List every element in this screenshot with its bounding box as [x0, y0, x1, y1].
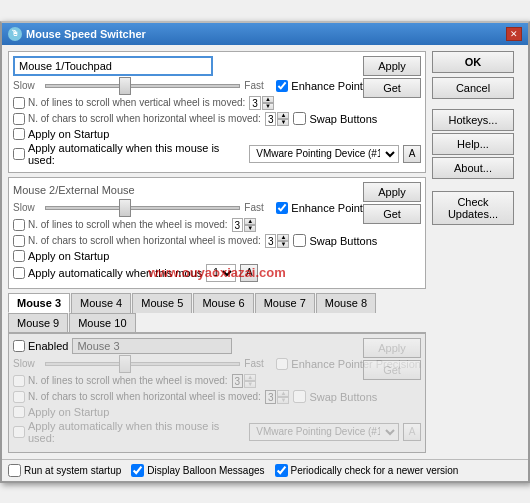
- mouse1-scroll-v-value: 3: [249, 96, 261, 110]
- balloon-checkbox[interactable]: [131, 464, 144, 477]
- mouse3-scroll-v-up: ▲: [244, 374, 256, 381]
- mouse1-startup-label[interactable]: Apply on Startup: [13, 128, 421, 140]
- tab-mouse3[interactable]: Mouse 3: [8, 293, 70, 313]
- left-panel: Apply Get Slow Fast Enhance Pointer Prec…: [8, 51, 426, 453]
- balloon-label[interactable]: Display Balloon Messages: [131, 464, 264, 477]
- mouse3-auto-label: Apply automatically when this mouse is u…: [13, 420, 245, 444]
- mouse2-apply-button[interactable]: Apply: [363, 182, 421, 202]
- mouse3-startup-label: Apply on Startup: [13, 406, 421, 418]
- mouse3-slider-row: Slow Fast Enhance Pointer Precision: [13, 358, 421, 370]
- bottom-bar: Run at system startup Display Balloon Me…: [2, 459, 528, 481]
- ok-button[interactable]: OK: [432, 51, 514, 73]
- check-updates-container: Check Updates...: [432, 191, 522, 225]
- mouse2-slow-label: Slow: [13, 202, 41, 213]
- mouse2-scroll-h-down[interactable]: ▼: [277, 241, 289, 248]
- mouse3-scroll-h-label: N. of chars to scroll when horizontal wh…: [28, 391, 261, 402]
- mouse1-get-button[interactable]: Get: [363, 78, 421, 98]
- mouse1-swap-checkbox[interactable]: [293, 112, 306, 125]
- mouse3-enhance-checkbox: [276, 358, 288, 370]
- mouse1-device-select[interactable]: VMware Pointing Device (#1): [249, 145, 399, 163]
- mouse1-section: Apply Get Slow Fast Enhance Pointer Prec…: [8, 51, 426, 173]
- tab-mouse5[interactable]: Mouse 5: [132, 293, 192, 313]
- cancel-button[interactable]: Cancel: [432, 77, 514, 99]
- mouse3-name-input[interactable]: [72, 338, 232, 354]
- mouse1-apply-button[interactable]: Apply: [363, 56, 421, 76]
- mouse3-scroll-v-num: 3 ▲ ▼: [232, 374, 257, 388]
- mouse2-scroll-h-label: N. of chars to scroll when horizontal wh…: [28, 235, 261, 246]
- tab-mouse7[interactable]: Mouse 7: [255, 293, 315, 313]
- mouse1-a-button[interactable]: A: [403, 145, 421, 163]
- mouse1-swap-label[interactable]: Swap Buttons: [293, 112, 377, 125]
- mouse3-section: Enabled Apply Get Slow Fast Enhance Poin…: [8, 333, 426, 453]
- mouse2-scroll-h-value: 3: [265, 234, 277, 248]
- mouse2-startup-row: Apply on Startup: [13, 250, 421, 262]
- tab-mouse9[interactable]: Mouse 9: [8, 313, 68, 332]
- run-startup-checkbox[interactable]: [8, 464, 21, 477]
- tab-mouse10[interactable]: Mouse 10: [69, 313, 135, 332]
- mouse2-fast-label: Fast: [244, 202, 272, 213]
- mouse1-auto-label[interactable]: Apply automatically when this mouse is u…: [13, 142, 245, 166]
- mouse3-slow-label: Slow: [13, 358, 41, 369]
- mouse2-buttons: Apply Get: [363, 182, 421, 224]
- mouse1-scroll-h-up[interactable]: ▲: [277, 112, 289, 119]
- mouse1-speed-slider[interactable]: [45, 84, 240, 88]
- mouse2-scroll-h-up[interactable]: ▲: [277, 234, 289, 241]
- mouse1-scroll-v-num: 3 ▲ ▼: [249, 96, 274, 110]
- main-window: 🖱 Mouse Speed Switcher ✕ Apply Get Slow …: [0, 21, 530, 483]
- mouse3-scroll-v-down: ▼: [244, 381, 256, 388]
- mouse3-get-button[interactable]: Get: [363, 360, 421, 380]
- periodic-checkbox[interactable]: [275, 464, 288, 477]
- mouse2-speed-slider[interactable]: [45, 206, 240, 210]
- mouse1-enhance-checkbox[interactable]: [276, 80, 288, 92]
- periodic-label[interactable]: Periodically check for a newer version: [275, 464, 459, 477]
- mouse2-scroll-h-row: N. of chars to scroll when horizontal wh…: [13, 234, 421, 248]
- mouse2-get-button[interactable]: Get: [363, 204, 421, 224]
- mouse2-swap-label[interactable]: Swap Buttons: [293, 234, 377, 247]
- mouse3-scroll-h-down: ▼: [277, 397, 289, 404]
- mouse2-device-select[interactable]: 1): [206, 264, 236, 282]
- mouse1-scroll-h-down[interactable]: ▼: [277, 119, 289, 126]
- mouse3-scroll-h-num: 3 ▲ ▼: [265, 390, 290, 404]
- about-button[interactable]: About...: [432, 157, 514, 179]
- mouse3-enabled-checkbox[interactable]: [13, 340, 25, 352]
- mouse1-startup-row: Apply on Startup: [13, 128, 421, 140]
- mouse1-auto-row: Apply automatically when this mouse is u…: [13, 142, 421, 166]
- mouse1-slider-row: Slow Fast Enhance Pointer Precision: [13, 80, 421, 92]
- mouse3-buttons: Apply Get: [363, 338, 421, 380]
- close-button[interactable]: ✕: [506, 27, 522, 41]
- run-startup-label[interactable]: Run at system startup: [8, 464, 121, 477]
- mouse1-name-input[interactable]: [13, 56, 213, 76]
- mouse1-scroll-v-check[interactable]: N. of lines to scroll when vertical whee…: [13, 97, 245, 109]
- mouse3-scroll-h-row: N. of chars to scroll when horizontal wh…: [13, 390, 421, 404]
- mouse2-scroll-v-up[interactable]: ▲: [244, 218, 256, 225]
- mouse2-swap-checkbox[interactable]: [293, 234, 306, 247]
- mouse2-scroll-h-check[interactable]: N. of chars to scroll when horizontal wh…: [13, 235, 261, 247]
- mouse2-scroll-h-num: 3 ▲ ▼: [265, 234, 290, 248]
- mouse3-scroll-v-value: 3: [232, 374, 244, 388]
- mouse2-enhance-checkbox[interactable]: [276, 202, 288, 214]
- mouse2-startup-label[interactable]: Apply on Startup: [13, 250, 421, 262]
- mouse2-slider-row: Slow Fast Enhance Pointer Precision: [13, 202, 421, 214]
- check-updates-button[interactable]: Check Updates...: [432, 191, 514, 225]
- mouse2-scroll-v-check[interactable]: N. of lines to scroll when the wheel is …: [13, 219, 228, 231]
- mouse1-scroll-v-row: N. of lines to scroll when vertical whee…: [13, 96, 421, 110]
- mouse3-swap-checkbox: [293, 390, 306, 403]
- mouse2-auto-label[interactable]: Apply automatically when this mous: [13, 267, 202, 279]
- tab-mouse8[interactable]: Mouse 8: [316, 293, 376, 313]
- mouse2-scroll-v-down[interactable]: ▼: [244, 225, 256, 232]
- mouse1-scroll-v-down[interactable]: ▼: [262, 103, 274, 110]
- hotkeys-button[interactable]: Hotkeys...: [432, 109, 514, 131]
- mouse1-scroll-v-up[interactable]: ▲: [262, 96, 274, 103]
- mouse2-a-button[interactable]: A: [240, 264, 258, 282]
- help-button[interactable]: Help...: [432, 133, 514, 155]
- mouse3-enabled-label[interactable]: Enabled: [13, 340, 68, 352]
- mouse3-scroll-h-check: N. of chars to scroll when horizontal wh…: [13, 391, 261, 403]
- mouse3-startup-row: Apply on Startup: [13, 406, 421, 418]
- mouse3-apply-button[interactable]: Apply: [363, 338, 421, 358]
- tab-mouse4[interactable]: Mouse 4: [71, 293, 131, 313]
- mouse3-scroll-h-up: ▲: [277, 390, 289, 397]
- mouse3-swap-label: Swap Buttons: [293, 390, 377, 403]
- mouse1-scroll-h-check[interactable]: N. of chars to scroll when horizontal wh…: [13, 113, 261, 125]
- tab-mouse6[interactable]: Mouse 6: [193, 293, 253, 313]
- mouse2-scroll-v-num: 3 ▲ ▼: [232, 218, 257, 232]
